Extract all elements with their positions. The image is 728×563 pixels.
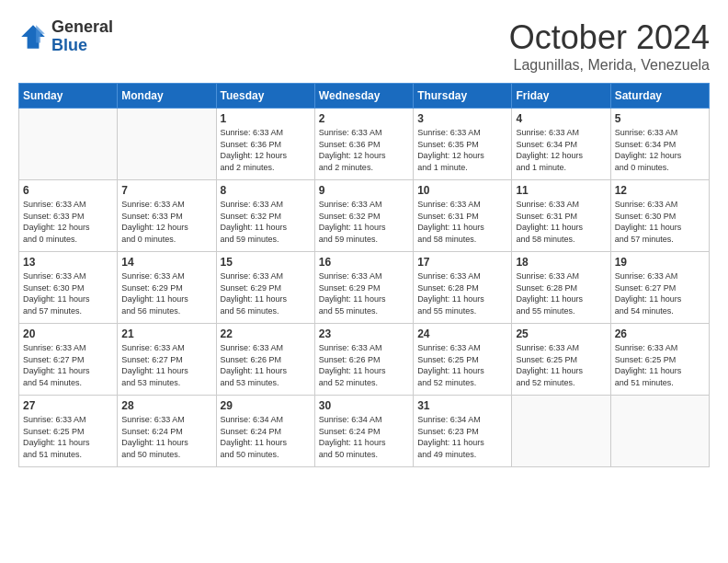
weekday-header: Sunday — [19, 84, 118, 109]
calendar-cell: 18Sunrise: 6:33 AM Sunset: 6:28 PM Dayli… — [512, 252, 610, 324]
weekday-header: Friday — [512, 84, 610, 109]
calendar-cell: 6Sunrise: 6:33 AM Sunset: 6:33 PM Daylig… — [19, 180, 118, 252]
weekday-header: Wednesday — [314, 84, 413, 109]
logo: General Blue — [18, 18, 113, 55]
day-info: Sunrise: 6:33 AM Sunset: 6:28 PM Dayligh… — [417, 270, 507, 316]
day-info: Sunrise: 6:33 AM Sunset: 6:32 PM Dayligh… — [319, 199, 409, 245]
calendar-cell: 1Sunrise: 6:33 AM Sunset: 6:36 PM Daylig… — [216, 109, 314, 180]
calendar-week-row: 27Sunrise: 6:33 AM Sunset: 6:25 PM Dayli… — [19, 396, 710, 467]
calendar-cell: 7Sunrise: 6:33 AM Sunset: 6:33 PM Daylig… — [118, 180, 216, 252]
svg-marker-0 — [21, 25, 45, 49]
day-info: Sunrise: 6:33 AM Sunset: 6:35 PM Dayligh… — [417, 127, 507, 173]
calendar-cell: 31Sunrise: 6:34 AM Sunset: 6:23 PM Dayli… — [414, 396, 512, 467]
day-info: Sunrise: 6:33 AM Sunset: 6:29 PM Dayligh… — [121, 270, 211, 316]
day-info: Sunrise: 6:33 AM Sunset: 6:25 PM Dayligh… — [615, 342, 705, 388]
weekday-header-row: SundayMondayTuesdayWednesdayThursdayFrid… — [19, 84, 710, 109]
day-info: Sunrise: 6:33 AM Sunset: 6:27 PM Dayligh… — [121, 342, 211, 388]
calendar-cell: 30Sunrise: 6:34 AM Sunset: 6:24 PM Dayli… — [314, 396, 413, 467]
calendar-cell: 27Sunrise: 6:33 AM Sunset: 6:25 PM Dayli… — [19, 396, 118, 467]
day-number: 3 — [417, 112, 507, 125]
calendar-cell: 24Sunrise: 6:33 AM Sunset: 6:25 PM Dayli… — [414, 324, 512, 396]
day-info: Sunrise: 6:34 AM Sunset: 6:24 PM Dayligh… — [221, 414, 311, 460]
day-info: Sunrise: 6:33 AM Sunset: 6:33 PM Dayligh… — [121, 199, 211, 245]
day-number: 28 — [121, 399, 211, 412]
calendar-week-row: 13Sunrise: 6:33 AM Sunset: 6:30 PM Dayli… — [19, 252, 710, 324]
calendar-cell: 3Sunrise: 6:33 AM Sunset: 6:35 PM Daylig… — [414, 109, 512, 180]
calendar-cell: 29Sunrise: 6:34 AM Sunset: 6:24 PM Dayli… — [216, 396, 314, 467]
logo-blue-text: Blue — [51, 37, 113, 55]
calendar-cell: 26Sunrise: 6:33 AM Sunset: 6:25 PM Dayli… — [610, 324, 709, 396]
day-info: Sunrise: 6:33 AM Sunset: 6:32 PM Dayligh… — [221, 199, 311, 245]
day-info: Sunrise: 6:34 AM Sunset: 6:24 PM Dayligh… — [319, 414, 409, 460]
day-info: Sunrise: 6:33 AM Sunset: 6:34 PM Dayligh… — [615, 127, 705, 173]
day-info: Sunrise: 6:33 AM Sunset: 6:29 PM Dayligh… — [221, 270, 311, 316]
day-number: 8 — [221, 184, 311, 197]
logo-icon — [18, 22, 48, 52]
weekday-header: Thursday — [414, 84, 512, 109]
calendar-cell: 25Sunrise: 6:33 AM Sunset: 6:25 PM Dayli… — [512, 324, 610, 396]
calendar-cell: 9Sunrise: 6:33 AM Sunset: 6:32 PM Daylig… — [314, 180, 413, 252]
calendar-cell: 16Sunrise: 6:33 AM Sunset: 6:29 PM Dayli… — [314, 252, 413, 324]
day-number: 5 — [615, 112, 705, 125]
calendar-cell — [19, 109, 118, 180]
day-number: 24 — [417, 327, 507, 340]
day-info: Sunrise: 6:33 AM Sunset: 6:28 PM Dayligh… — [516, 270, 606, 316]
day-info: Sunrise: 6:33 AM Sunset: 6:26 PM Dayligh… — [221, 342, 311, 388]
day-number: 26 — [615, 327, 705, 340]
day-number: 20 — [23, 327, 113, 340]
day-number: 18 — [516, 256, 606, 269]
calendar-cell: 12Sunrise: 6:33 AM Sunset: 6:30 PM Dayli… — [610, 180, 709, 252]
day-info: Sunrise: 6:33 AM Sunset: 6:33 PM Dayligh… — [23, 199, 113, 245]
day-number: 7 — [121, 184, 211, 197]
calendar-cell: 17Sunrise: 6:33 AM Sunset: 6:28 PM Dayli… — [414, 252, 512, 324]
calendar-cell: 8Sunrise: 6:33 AM Sunset: 6:32 PM Daylig… — [216, 180, 314, 252]
logo-general-text: General — [51, 18, 113, 37]
calendar-cell: 28Sunrise: 6:33 AM Sunset: 6:24 PM Dayli… — [118, 396, 216, 467]
day-number: 1 — [221, 112, 311, 125]
day-number: 6 — [23, 184, 113, 197]
day-number: 2 — [319, 112, 409, 125]
day-number: 31 — [417, 399, 507, 412]
day-info: Sunrise: 6:33 AM Sunset: 6:25 PM Dayligh… — [23, 414, 113, 460]
day-info: Sunrise: 6:33 AM Sunset: 6:36 PM Dayligh… — [221, 127, 311, 173]
day-number: 11 — [516, 184, 606, 197]
calendar-cell: 19Sunrise: 6:33 AM Sunset: 6:27 PM Dayli… — [610, 252, 709, 324]
day-number: 30 — [319, 399, 409, 412]
calendar-week-row: 20Sunrise: 6:33 AM Sunset: 6:27 PM Dayli… — [19, 324, 710, 396]
calendar-cell: 2Sunrise: 6:33 AM Sunset: 6:36 PM Daylig… — [314, 109, 413, 180]
calendar-cell: 15Sunrise: 6:33 AM Sunset: 6:29 PM Dayli… — [216, 252, 314, 324]
day-info: Sunrise: 6:33 AM Sunset: 6:31 PM Dayligh… — [417, 199, 507, 245]
day-number: 17 — [417, 256, 507, 269]
day-info: Sunrise: 6:33 AM Sunset: 6:25 PM Dayligh… — [516, 342, 606, 388]
day-info: Sunrise: 6:33 AM Sunset: 6:25 PM Dayligh… — [417, 342, 507, 388]
day-number: 15 — [221, 256, 311, 269]
calendar-cell: 22Sunrise: 6:33 AM Sunset: 6:26 PM Dayli… — [216, 324, 314, 396]
weekday-header: Tuesday — [216, 84, 314, 109]
day-number: 12 — [615, 184, 705, 197]
calendar-cell — [118, 109, 216, 180]
day-number: 27 — [23, 399, 113, 412]
svg-marker-1 — [36, 25, 45, 42]
calendar-cell — [512, 396, 610, 467]
day-number: 10 — [417, 184, 507, 197]
day-info: Sunrise: 6:33 AM Sunset: 6:30 PM Dayligh… — [23, 270, 113, 316]
day-number: 25 — [516, 327, 606, 340]
calendar-cell: 21Sunrise: 6:33 AM Sunset: 6:27 PM Dayli… — [118, 324, 216, 396]
calendar-cell: 14Sunrise: 6:33 AM Sunset: 6:29 PM Dayli… — [118, 252, 216, 324]
calendar-cell: 5Sunrise: 6:33 AM Sunset: 6:34 PM Daylig… — [610, 109, 709, 180]
weekday-header: Monday — [118, 84, 216, 109]
day-number: 21 — [121, 327, 211, 340]
day-info: Sunrise: 6:33 AM Sunset: 6:36 PM Dayligh… — [319, 127, 409, 173]
page-header: General Blue October 2024 Lagunillas, Me… — [18, 18, 710, 74]
day-info: Sunrise: 6:33 AM Sunset: 6:27 PM Dayligh… — [615, 270, 705, 316]
day-number: 22 — [221, 327, 311, 340]
calendar-cell: 20Sunrise: 6:33 AM Sunset: 6:27 PM Dayli… — [19, 324, 118, 396]
day-number: 29 — [221, 399, 311, 412]
calendar-cell: 23Sunrise: 6:33 AM Sunset: 6:26 PM Dayli… — [314, 324, 413, 396]
day-info: Sunrise: 6:33 AM Sunset: 6:24 PM Dayligh… — [121, 414, 211, 460]
day-number: 13 — [23, 256, 113, 269]
calendar-table: SundayMondayTuesdayWednesdayThursdayFrid… — [18, 83, 710, 467]
day-number: 4 — [516, 112, 606, 125]
day-number: 9 — [319, 184, 409, 197]
day-info: Sunrise: 6:33 AM Sunset: 6:31 PM Dayligh… — [516, 199, 606, 245]
